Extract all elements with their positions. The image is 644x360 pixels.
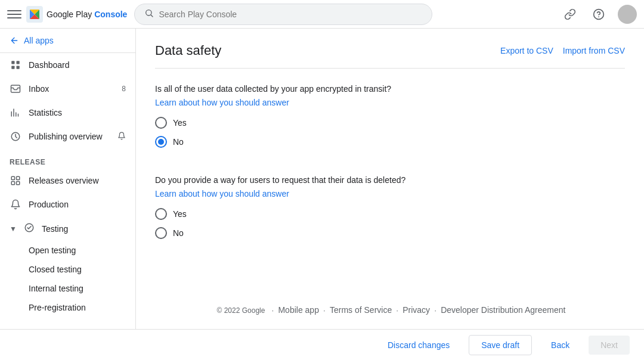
main-layout: All apps Dashboard Inbox 8 Statistics (0, 29, 644, 329)
question-1-learn-link[interactable]: Learn about how you should answer (155, 98, 625, 107)
sidebar-item-dashboard[interactable]: Dashboard (0, 53, 135, 77)
sidebar: All apps Dashboard Inbox 8 Statistics (0, 29, 136, 329)
all-apps-label: All apps (24, 36, 54, 45)
footer-mobile-app-link[interactable]: Mobile app (278, 305, 319, 315)
notification-bell-icon (117, 132, 126, 142)
q1-yes-label: Yes (173, 118, 187, 128)
topbar-actions (561, 5, 637, 24)
content-area: Data safety Export to CSV Import from CS… (136, 29, 644, 329)
footer-separator-1: · (272, 306, 276, 315)
question-1: Is all of the user data collected by you… (155, 83, 625, 155)
all-apps-nav[interactable]: All apps (0, 29, 135, 53)
logo-text: Google Play Console (47, 10, 127, 19)
page-footer: © 2022 Google · Mobile app · Terms of Se… (155, 277, 625, 315)
q1-no-radio[interactable] (155, 136, 167, 148)
q1-no-label: No (173, 137, 184, 147)
search-input[interactable] (159, 10, 422, 19)
release-section-header: Release (0, 148, 135, 169)
q2-yes-radio[interactable] (155, 208, 167, 220)
testing-icon (24, 222, 35, 235)
question-1-text: Is all of the user data collected by you… (155, 83, 625, 95)
statistics-label: Statistics (29, 108, 62, 117)
svg-rect-10 (11, 176, 14, 179)
inbox-badge: 8 (122, 85, 126, 93)
sidebar-item-publishing-overview[interactable]: Publishing overview (0, 125, 135, 148)
header-divider (155, 68, 625, 69)
publishing-icon (10, 131, 21, 142)
q2-no-label: No (173, 228, 184, 238)
releases-overview-label: Releases overview (29, 176, 99, 185)
header-actions: Export to CSV Import from CSV (500, 46, 625, 55)
user-avatar[interactable] (618, 5, 637, 24)
search-bar[interactable] (134, 4, 432, 25)
footer-tos-link[interactable]: Terms of Service (330, 305, 392, 315)
svg-rect-12 (11, 182, 14, 185)
closed-testing-label: Closed testing (29, 265, 82, 274)
q2-no-option[interactable]: No (155, 227, 625, 239)
import-csv-link[interactable]: Import from CSV (563, 46, 625, 55)
q2-yes-option[interactable]: Yes (155, 208, 625, 220)
footer-privacy-link[interactable]: Privacy (402, 305, 430, 315)
app-logo: Google Play Console (26, 6, 127, 23)
q1-no-option[interactable]: No (155, 136, 625, 148)
question-2-text: Do you provide a way for users to reques… (155, 174, 625, 187)
svg-rect-8 (11, 85, 20, 92)
open-testing-label: Open testing (29, 246, 76, 255)
logo-icon (26, 6, 43, 23)
discard-changes-button[interactable]: Discard changes (376, 336, 462, 355)
q2-yes-label: Yes (173, 209, 187, 219)
inbox-icon (10, 83, 21, 95)
sidebar-item-open-testing[interactable]: Open testing (0, 241, 135, 260)
export-csv-link[interactable]: Export to CSV (500, 46, 553, 55)
footer-copyright: © 2022 Google (217, 306, 265, 315)
link-icon-btn[interactable] (561, 5, 580, 24)
production-icon (10, 198, 21, 210)
internal-testing-label: Internal testing (29, 284, 83, 293)
inbox-label: Inbox (29, 84, 49, 94)
back-button[interactable]: Back (539, 336, 581, 355)
bottom-action-bar: Discard changes Save draft Back Next (0, 329, 644, 360)
svg-rect-11 (17, 176, 20, 179)
footer-separator-4: · (434, 306, 438, 315)
sidebar-item-inbox[interactable]: Inbox 8 (0, 77, 135, 101)
footer-separator-2: · (323, 306, 327, 315)
footer-separator-3: · (397, 306, 401, 315)
svg-rect-13 (17, 182, 20, 185)
releases-icon (10, 175, 21, 187)
sidebar-item-testing[interactable]: ▼ Testing (0, 216, 135, 241)
svg-rect-4 (11, 61, 14, 64)
sidebar-item-statistics[interactable]: Statistics (0, 101, 135, 125)
back-arrow-icon (10, 36, 19, 45)
question-2: Do you provide a way for users to reques… (155, 174, 625, 246)
save-draft-button[interactable]: Save draft (469, 335, 532, 355)
next-button[interactable]: Next (589, 336, 630, 355)
sidebar-item-pre-registration[interactable]: Pre-registration (0, 298, 135, 317)
sidebar-item-production[interactable]: Production (0, 193, 135, 216)
topbar: Google Play Console (0, 0, 644, 29)
q1-yes-option[interactable]: Yes (155, 117, 625, 129)
testing-chevron-icon: ▼ (10, 225, 17, 233)
question-2-learn-link[interactable]: Learn about how you should answer (155, 189, 625, 198)
page-title: Data safety (155, 43, 221, 58)
sidebar-item-releases-overview[interactable]: Releases overview (0, 169, 135, 193)
search-icon (144, 8, 154, 20)
publishing-label: Publishing overview (29, 132, 103, 141)
production-label: Production (29, 200, 69, 209)
content-header: Data safety Export to CSV Import from CS… (155, 43, 625, 58)
footer-dda-link[interactable]: Developer Distribution Agreement (441, 305, 565, 315)
dashboard-icon (10, 59, 21, 71)
sidebar-item-closed-testing[interactable]: Closed testing (0, 260, 135, 279)
q2-no-radio[interactable] (155, 227, 167, 239)
svg-point-3 (598, 16, 599, 17)
pre-registration-label: Pre-registration (29, 303, 86, 312)
q1-yes-radio[interactable] (155, 117, 167, 129)
q1-no-radio-fill (158, 139, 164, 145)
dashboard-label: Dashboard (29, 60, 70, 70)
svg-rect-7 (17, 66, 20, 69)
sidebar-item-internal-testing[interactable]: Internal testing (0, 279, 135, 298)
svg-rect-5 (17, 61, 20, 64)
help-icon-btn[interactable] (589, 5, 608, 24)
menu-icon[interactable] (7, 7, 21, 21)
svg-rect-6 (11, 66, 14, 69)
statistics-icon (10, 107, 21, 119)
